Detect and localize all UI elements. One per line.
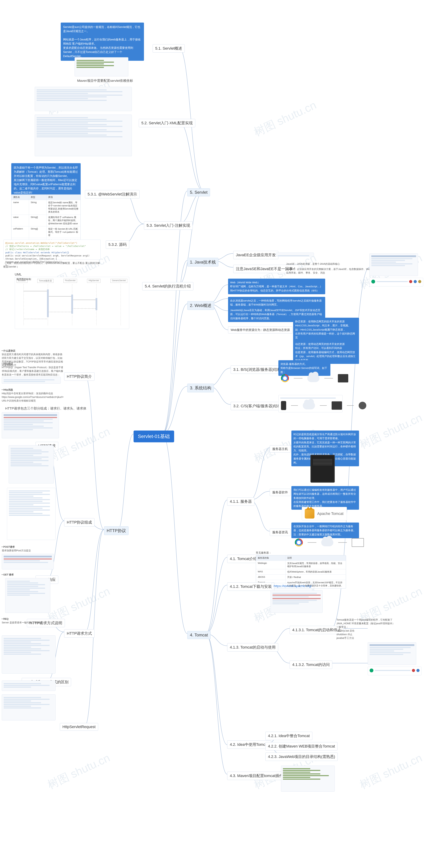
far-shot-3 (368, 642, 416, 665)
node-4131-t: Tomcat服务器是一个用java编写的程序，它有配套了 JAVA_HOME 环… (337, 618, 406, 640)
node-servlet[interactable]: 5. Servlet (187, 188, 210, 196)
node-412[interactable]: 4.1.2. Tomcat下载与安装 (227, 582, 274, 591)
server-img (310, 455, 335, 483)
tomcat-logo: Apache Tomcat (302, 507, 347, 521)
http-req-shot3 (7, 488, 56, 540)
node-servlet-3b[interactable]: 5.3.2. 源码 (106, 241, 129, 249)
http-m2: • GET 请求 (2, 573, 64, 577)
node-43-shot (281, 766, 335, 792)
node-411-host[interactable]: 服务器主机 (270, 445, 291, 453)
servlet-5-2-code1 (35, 87, 132, 111)
node-javatech-1[interactable]: JavaEE企业级应用开发 (233, 251, 278, 259)
javatech-2-d1: JavaSE：JAVA标准版，是整个JAVA的基础和核心 (286, 262, 373, 266)
far-shot-2 (369, 278, 423, 286)
node-http-method[interactable]: HTTP请求方式 (64, 629, 95, 638)
svg-rect-6 (71, 294, 73, 314)
node-servlet-2[interactable]: 5.2. Servlet入门-XML配置实现 (139, 119, 195, 127)
node-servlet-3a[interactable]: 5.3.1. @WebServlet注解演示 (85, 190, 140, 198)
node-413[interactable]: 4.1.3. Tomcat的启动与使用 (227, 643, 278, 652)
node-422[interactable]: 4.2.2. 创建Maven WEB项目整合Tomcat (265, 742, 338, 750)
http-resp-shot2 (5, 578, 50, 613)
watermark: 树图 shutu.cn (357, 750, 424, 793)
node-servlet-4[interactable]: 5.4. Servlet的执行流程介绍 (142, 282, 193, 290)
node-412-shot (271, 590, 322, 613)
javatech-1-shot (276, 253, 314, 256)
node-421[interactable]: 4.2.1. Idea中整合Tomcat (265, 732, 312, 740)
web-b1: Web（World Wide Web） 即全球广域网，也称为万维网，是一种基于超… (228, 279, 325, 294)
watermark: 树图 shutu.cn (251, 98, 319, 140)
node-411-verb-illus (295, 538, 364, 547)
node-http[interactable]: HTTP协议 (104, 526, 129, 535)
http-m1: • POST请求 需求场景使用Post方法提交 (2, 545, 64, 552)
node-4132[interactable]: 4.1.3.2. Tomcat的访问 (289, 660, 332, 669)
web-static[interactable]: Web服务中的资源分为：静态资源和动态资源 (228, 327, 293, 334)
uml-label: UML (15, 273, 22, 276)
node-servlet-1[interactable]: 5.1. Servlet概述 (152, 44, 185, 53)
node-411-soft[interactable]: 服务器软件 (270, 489, 291, 496)
node-43[interactable]: 4.3. Maven项目配置tomcat插件 (227, 772, 286, 780)
svg-rect-7 (96, 298, 97, 310)
cs-illus (281, 401, 366, 410)
servlet-5-1-code (75, 57, 128, 76)
http-resp-shot (2, 554, 54, 569)
node-411-verb[interactable]: 服务器资讯 (270, 529, 291, 536)
tomcat-common: 常见服务器： (256, 551, 271, 555)
node-423[interactable]: 4.2.3. JavaWeb项目的目录结构(需熟悉) (265, 752, 338, 761)
http-reqtitle: HTTP请求包含三个部分组成：请求行、请求头、请求体 (5, 406, 87, 411)
root-node[interactable]: Servlet-01基础 (134, 431, 174, 442)
node-javatech[interactable]: 1. Java技术栈 (187, 258, 218, 267)
uml-diagram: Browser Tomcat服务器 FirstServlet HttpServl… (15, 277, 129, 329)
node-http-servletreq[interactable]: HttpServletRequest (60, 723, 98, 731)
node-http-intro[interactable]: HTTP协议简介 (64, 372, 95, 381)
bs-note: 浏览器-服务器的方式。 简称为是Browser-Server的缩写词。如下图： (278, 360, 331, 376)
watermark: 树图 shutu.cn (357, 410, 424, 452)
servlet-5-1-cap: Maven项目中需要配置servlet依赖坐标 (77, 79, 133, 83)
http-req-shot1 (2, 412, 59, 438)
servlet-5-3b-note: （ 高级：既然目的相同的中可以转入，@WebServlet注解配置，要么不配合 … (3, 261, 101, 269)
http-method-shot1 (2, 636, 56, 674)
node-411[interactable]: 4.1.1. 服务器 (227, 497, 254, 506)
http-req-shot2 (9, 445, 54, 484)
watermark: 树图 shutu.cn (45, 750, 112, 793)
http-get-shot2 (2, 694, 56, 720)
http-hurl: • Http消息 Http消息中含有某次请求/响应：发送的额外信息 https:… (2, 388, 64, 403)
servlet-5-2-code2 (35, 115, 132, 156)
node-4131[interactable]: 4.1.3.1. Tomcat的启动和停止 (289, 626, 344, 634)
node-411-verb-t: 在实际开发企业中，一般网络打印机的组件之为服务器，也就是服务器和服务器软件都可以… (292, 523, 359, 538)
node-41[interactable]: 4.1. Tomcat介绍 (227, 555, 260, 563)
node-411-soft-t: 我们可以通过汇编编程发布到服务器中，用户可以通过网址就可以访问服务器，这样成功将… (292, 486, 359, 510)
node-cs[interactable]: 3.2. C/S(客户端/服务器)结构 (231, 402, 284, 410)
far-shot-4 (368, 666, 421, 675)
bs-illus (281, 374, 348, 382)
servlet-5-3b-code: @javax.servlet.annotation.WebServlet("/h… (3, 240, 101, 259)
far-shot-1 (369, 253, 418, 276)
node-tomcat[interactable]: 4. Tomcat (187, 631, 210, 639)
node-42[interactable]: 4.2. Idea中使用Tomcat (227, 740, 271, 749)
node-servlet-3[interactable]: 5.3. Servlet入门-注解实现 (144, 221, 193, 230)
web-static-t: 静态资源：使用静态网页的技术开发的资源 Html,CSS,JavaScript，… (293, 318, 359, 341)
uml-caption: 顺序图的绘制 (16, 278, 31, 281)
servlet-5-1-blue: Servlet是sun公司提供的一套规范，名称就叫Servlet规范，它也是Ja… (61, 23, 144, 61)
node-412-url[interactable]: https://tomcat.apache.org/ (271, 583, 314, 589)
node-web[interactable]: 2. Web概述 (187, 301, 214, 310)
http-intro-shot (2, 377, 61, 384)
http-m3: • REQ Server 是接受请求一端代码，Tomcat (2, 617, 64, 624)
node-bs[interactable]: 3.1. B/S(浏览器/服务器)结构 (231, 365, 283, 374)
node-http-compose[interactable]: HTTP协议组成 (64, 518, 95, 527)
http-get-shot1 (2, 681, 56, 691)
node-sysarch[interactable]: 3. 系统结构 (187, 384, 214, 392)
javatech-2-d2: JavaEE：企业级应用开发的完整解决方案，基于JavaSE，包含数据操作、We… (286, 267, 373, 275)
servlet-5-3a-blue: 因为基础于将一个类声明为Servlet，所以填充全名即为易解析（Tomcat）处… (11, 163, 81, 197)
svg-rect-5 (47, 289, 49, 317)
